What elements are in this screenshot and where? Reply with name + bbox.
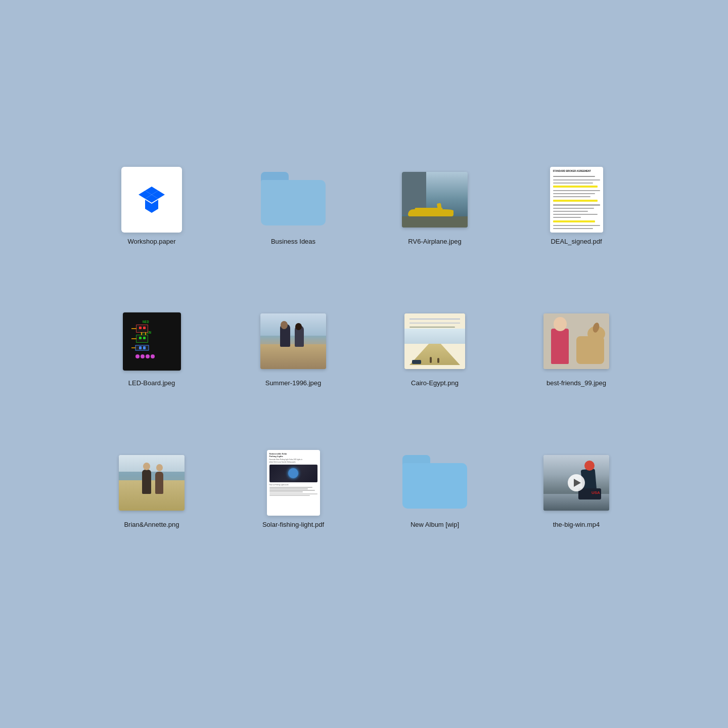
- svg-rect-21: [143, 346, 146, 349]
- folder-body-new-album: [402, 463, 467, 509]
- thumbnail-led: NED GREEN: [119, 308, 185, 374]
- file-label-beach: Brian&Annette.png: [124, 521, 179, 529]
- thumbnail-cairo: [402, 308, 468, 374]
- svg-point-23: [141, 354, 145, 358]
- led-board-svg: NED GREEN: [126, 316, 177, 367]
- icon-grid: Workshop.paper Business Ideas: [91, 147, 637, 581]
- beach-image: [119, 455, 185, 511]
- svg-rect-11: [139, 327, 142, 329]
- airplane-image: [402, 172, 468, 228]
- svg-rect-6: [126, 316, 177, 367]
- file-item-workshop-paper[interactable]: Workshop.paper: [111, 167, 192, 278]
- file-item-business-ideas[interactable]: Business Ideas: [253, 167, 334, 278]
- file-label-deal: DEAL_signed.pdf: [551, 238, 602, 246]
- file-label-led: LED-Board.jpeg: [128, 379, 175, 388]
- thumbnail-summer: [260, 308, 326, 374]
- file-label-cairo: Cairo-Egypt.png: [411, 379, 459, 388]
- thumbnail-solar: Submersible SolarFishing Lights Novicula…: [260, 450, 326, 516]
- folder-body: [261, 180, 326, 225]
- video-image: USA: [543, 455, 609, 511]
- thumbnail-deal: STANDARD BROKER AGREEMENT: [543, 167, 609, 233]
- svg-rect-12: [143, 327, 146, 329]
- file-item-led-board[interactable]: NED GREEN: [111, 308, 192, 420]
- cairo-image: [404, 313, 465, 369]
- svg-rect-19: [135, 345, 149, 350]
- file-label-new-album: New Album [wip]: [411, 521, 459, 529]
- svg-text:NED: NED: [143, 320, 149, 324]
- paper-icon: [121, 167, 182, 233]
- svg-rect-10: [136, 325, 148, 332]
- file-item-solar-fishing[interactable]: Submersible SolarFishing Lights Novicula…: [253, 450, 334, 561]
- dropbox-logo-icon: [139, 187, 165, 213]
- svg-rect-15: [139, 337, 142, 339]
- desktop: Workshop.paper Business Ideas: [0, 0, 728, 728]
- file-label-video: the-big-win.mp4: [553, 521, 600, 529]
- thumbnail-workshop: [119, 167, 185, 233]
- file-label-solar: Solar-fishing-light.pdf: [262, 521, 324, 529]
- thumbnail-friends: [543, 308, 609, 374]
- svg-rect-14: [136, 335, 148, 342]
- svg-point-22: [135, 354, 140, 358]
- folder-icon-business: [261, 172, 326, 228]
- thumbnail-rv6: [402, 167, 468, 233]
- file-label-business-ideas: Business Ideas: [271, 238, 315, 246]
- friends-image: [543, 313, 609, 369]
- svg-point-24: [146, 354, 150, 358]
- thumbnail-new-album: [402, 450, 468, 516]
- file-item-cairo[interactable]: Cairo-Egypt.png: [394, 308, 475, 420]
- file-label-rv6: RV6-Airplane.jpeg: [408, 238, 461, 246]
- svg-rect-20: [139, 346, 142, 349]
- summer-image: [260, 313, 326, 369]
- file-label-workshop: Workshop.paper: [127, 238, 175, 246]
- svg-point-25: [151, 354, 155, 358]
- thumbnail-video: USA: [543, 450, 609, 516]
- play-button[interactable]: [568, 474, 585, 491]
- file-label-friends: best-friends_99.jpeg: [547, 379, 606, 388]
- file-item-rv6-airplane[interactable]: RV6-Airplane.jpeg: [394, 167, 475, 278]
- play-triangle-icon: [574, 479, 581, 487]
- file-item-summer-1996[interactable]: Summer-1996.jpeg: [253, 308, 334, 420]
- svg-rect-16: [143, 337, 146, 339]
- led-image: NED GREEN: [123, 312, 181, 371]
- file-label-summer: Summer-1996.jpeg: [265, 379, 322, 388]
- file-item-big-win[interactable]: USA the-big-win.mp4: [536, 450, 617, 561]
- pdf-deal-icon: STANDARD BROKER AGREEMENT: [550, 167, 603, 233]
- thumbnail-business-ideas: [260, 167, 326, 233]
- file-item-deal-signed[interactable]: STANDARD BROKER AGREEMENT: [536, 167, 617, 278]
- solar-pdf-icon: Submersible SolarFishing Lights Novicula…: [267, 450, 320, 516]
- folder-icon-new-album: [402, 455, 467, 511]
- file-item-brian-annette[interactable]: Brian&Annette.png: [111, 450, 192, 561]
- file-item-new-album[interactable]: New Album [wip]: [394, 450, 475, 561]
- thumbnail-beach: [119, 450, 185, 516]
- file-item-best-friends[interactable]: best-friends_99.jpeg: [536, 308, 617, 420]
